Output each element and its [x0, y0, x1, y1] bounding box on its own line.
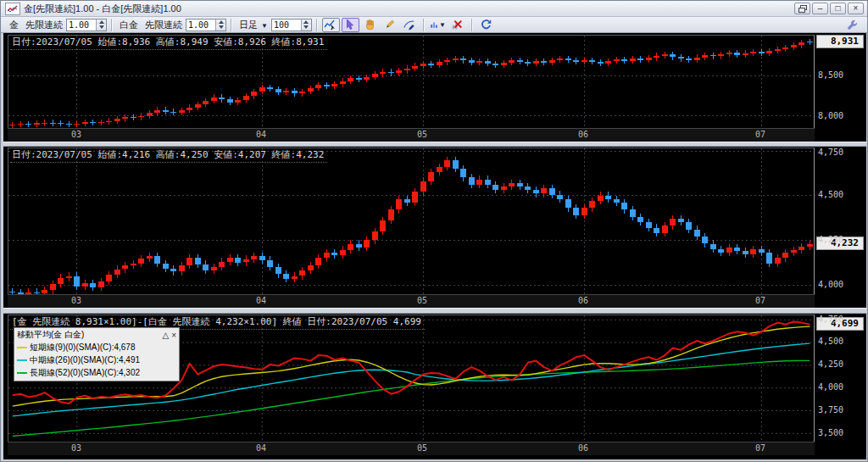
platinum-candles-plot[interactable]: 日付:2023/07/05 始値:4,216 高値:4,250 安値:4,207… — [8, 148, 815, 295]
y-tick-label: 8,500 — [818, 70, 843, 80]
delete-x-icon — [451, 19, 463, 31]
platinum-time-axis: 0304050607 — [8, 294, 815, 308]
x-tick-label: 07 — [752, 296, 769, 305]
legend-collapse-icon[interactable]: △ — [162, 331, 169, 340]
legend-title: 移動平均(金 白金) — [17, 329, 159, 341]
y-tick-label: 4,500 — [818, 337, 843, 346]
maximize-button[interactable]: □ — [830, 3, 846, 14]
panel-splitter[interactable] — [3, 142, 866, 147]
x-tick-label: 03 — [68, 296, 85, 305]
refresh-button[interactable] — [477, 18, 495, 32]
toolbar-separator — [231, 19, 231, 31]
x-tick-label: 06 — [575, 443, 592, 453]
bar-chart-icon — [430, 19, 438, 31]
gold-symbol-label: 金 — [9, 19, 19, 31]
pen-draw-button[interactable] — [400, 18, 418, 32]
wrench-icon — [846, 19, 858, 31]
gold-multiplier-input[interactable] — [67, 19, 96, 31]
platinum-symbol-label: 白金 — [120, 19, 138, 31]
spinner-down-icon[interactable] — [97, 25, 106, 31]
spinner-down-icon[interactable] — [216, 25, 225, 31]
y-tick-label: 4,750 — [818, 148, 843, 157]
legend-item-sma9: 短期線(9)(0)(SMA)(C):4,678 — [17, 342, 176, 353]
y-tick-label: 4,000 — [818, 382, 843, 392]
chart-cursor-icon — [324, 19, 337, 31]
pan-hand-button[interactable] — [361, 18, 379, 32]
x-tick-label: 04 — [253, 443, 270, 453]
x-tick-label: 07 — [752, 130, 769, 139]
y-tick-label: 4,250 — [818, 359, 843, 369]
bar-count-spinner[interactable] — [271, 19, 312, 31]
pencil-icon — [383, 19, 396, 31]
settings-wrench-button[interactable] — [843, 18, 860, 32]
sma9-color-swatch — [17, 347, 27, 348]
spread-time-axis: 0304050607 — [8, 442, 815, 455]
hand-icon — [364, 19, 376, 31]
minimize-button[interactable]: – — [812, 3, 828, 14]
gold-ohlc-info: 日付:2023/07/05 始値:8,936 高値:8,949 安値:8,926… — [10, 36, 327, 50]
x-tick-label: 05 — [414, 443, 431, 453]
chevron-down-icon: ▼ — [439, 21, 446, 29]
gold-price-axis: 8,931 8,5008,000 — [815, 35, 868, 128]
x-tick-label: 06 — [575, 296, 592, 305]
x-tick-label: 07 — [752, 443, 769, 453]
y-tick-label: 4,500 — [818, 190, 843, 199]
gold-last-price-badge: 8,931 — [816, 35, 864, 48]
y-tick-label: 4,000 — [818, 280, 843, 289]
chart-area: 日付:2023/07/05 始値:8,936 高値:8,949 安値:8,926… — [1, 33, 868, 462]
gold-multiplier-spinner[interactable] — [66, 19, 107, 31]
sma52-color-swatch — [17, 372, 27, 374]
panel-splitter[interactable] — [3, 308, 866, 314]
indicator-chart-button[interactable]: ▼ — [429, 18, 447, 32]
legend-item-sma52: 長期線(52)(0)(SMA)(C):4,302 — [17, 367, 176, 379]
gold-time-axis: 0304050607 — [8, 128, 815, 142]
chevron-down-icon: ▼ — [261, 22, 268, 30]
app-chart-icon — [5, 3, 20, 15]
float-window-button[interactable] — [794, 3, 810, 14]
y-tick-label: 3,500 — [818, 428, 843, 437]
bar-count-input[interactable] — [272, 19, 301, 31]
y-tick-label: 4,250 — [818, 235, 843, 244]
x-tick-label: 05 — [414, 130, 431, 139]
x-tick-label: 06 — [575, 130, 592, 139]
toolbar-separator — [316, 19, 317, 31]
delete-indicator-button[interactable] — [448, 18, 466, 32]
spinner-down-icon[interactable] — [302, 25, 311, 31]
period-dropdown[interactable]: 日足 ▼ — [239, 19, 268, 31]
gold-candles-plot[interactable]: 日付:2023/07/05 始値:8,936 高値:8,949 安値:8,926… — [8, 35, 815, 129]
y-tick-label: 8,000 — [818, 111, 843, 120]
toolbar-separator — [111, 19, 112, 31]
x-tick-label: 03 — [68, 443, 85, 453]
gold-series-label: 先限連続 — [25, 19, 63, 31]
x-tick-label: 04 — [253, 296, 270, 305]
platinum-multiplier-input[interactable] — [186, 19, 215, 31]
chart-window: 金[先限連続]1.00 - 白金[先限連続]1.00 – □ × 金 先限連続 … — [0, 0, 868, 462]
spread-price-axis: 4,699 4,7504,5004,2504,0003,7503,500 — [815, 314, 868, 443]
sma26-color-swatch — [17, 359, 27, 361]
platinum-series-label: 先限連続 — [145, 19, 182, 31]
spread-lines-plot[interactable]: [金 先限連続 8,931×1.00]-[白金 先限連続 4,232×1.00]… — [8, 314, 815, 443]
toolbar-separator — [471, 19, 472, 31]
window-title: 金[先限連続]1.00 - 白金[先限連続]1.00 — [24, 3, 181, 15]
toolbar-separator — [423, 19, 424, 31]
pen-curve-icon — [403, 19, 415, 31]
platinum-price-axis: 4,232 4,7504,5004,2504,000 — [815, 148, 868, 294]
close-button[interactable]: × — [848, 3, 864, 14]
title-bar: 金[先限連続]1.00 - 白金[先限連続]1.00 – □ × — [1, 1, 867, 17]
x-tick-label: 05 — [414, 296, 431, 305]
x-tick-label: 03 — [68, 130, 85, 139]
select-cursor-button[interactable] — [342, 18, 359, 32]
chart-cursor-button[interactable] — [322, 18, 340, 32]
platinum-ohlc-info: 日付:2023/07/05 始値:4,216 高値:4,250 安値:4,207… — [10, 148, 327, 163]
pencil-draw-button[interactable] — [381, 18, 398, 32]
legend-close-icon[interactable]: × — [171, 331, 176, 340]
cursor-arrow-icon — [344, 19, 356, 31]
legend-item-sma26: 中期線(26)(0)(SMA)(C):4,491 — [17, 354, 176, 366]
toolbar: 金 先限連続 白金 先限連続 日足 ▼ — [1, 17, 867, 33]
moving-average-legend: 移動平均(金 白金) △ × 短期線(9)(0)(SMA)(C):4,678 中… — [14, 327, 180, 381]
platinum-multiplier-spinner[interactable] — [186, 19, 226, 31]
refresh-icon — [480, 19, 492, 31]
y-tick-label: 4,750 — [818, 314, 843, 324]
y-tick-label: 3,750 — [818, 405, 843, 415]
x-tick-label: 04 — [253, 130, 270, 139]
